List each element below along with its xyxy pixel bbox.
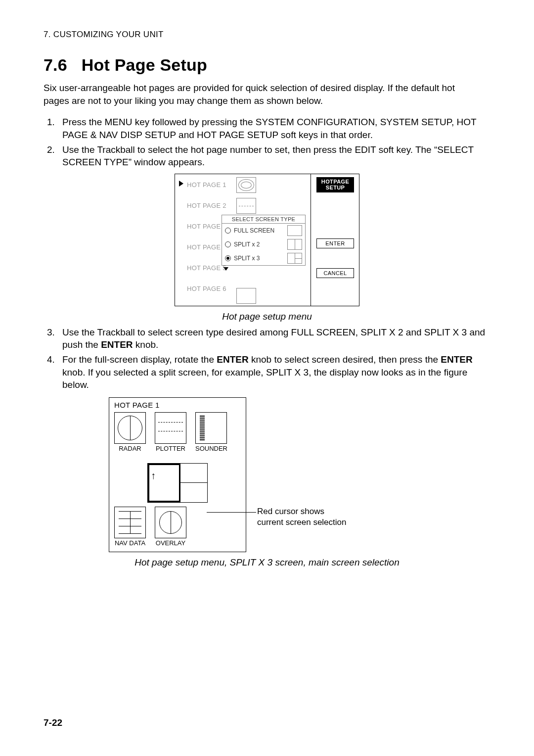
step-text: knob. — [133, 339, 159, 350]
thumb-generic-icon — [236, 288, 256, 304]
layout-full-icon — [287, 225, 302, 236]
overlay-icon — [155, 507, 186, 538]
cell-plotter[interactable]: PLOTTER — [155, 412, 186, 452]
callout-leader-line — [207, 512, 256, 513]
hotpage-row-6: HOT PAGE 6 — [187, 285, 226, 292]
step-3: Use the Trackball to select screen type … — [57, 326, 490, 351]
step-key: ENTER — [101, 339, 133, 350]
option-split-x2[interactable]: SPLIT x 2 — [222, 237, 305, 251]
page-number: 7-22 — [44, 717, 62, 728]
step-2: Use the Trackball to select the hot page… — [57, 143, 490, 169]
radio-selected-icon — [225, 255, 231, 261]
softkey-cancel[interactable]: CANCEL — [316, 268, 354, 278]
cell-label: NAV DATA — [114, 539, 146, 547]
figure2-wrapper: HOT PAGE 1 RADAR PLOTTER SOUNDER — [109, 397, 425, 552]
softkey-enter[interactable]: ENTER — [316, 238, 354, 248]
step-text: knob. If you selected a split screen, fo… — [62, 367, 467, 390]
callout-line2: current screen selection — [257, 517, 346, 528]
scroll-down-arrow-icon — [223, 267, 228, 271]
selection-arrow-icon — [179, 181, 183, 187]
figure1-softkey-panel: HOTPAGE SETUP ENTER CANCEL — [311, 174, 359, 306]
cell-label: RADAR — [114, 445, 146, 452]
cell-overlay[interactable]: OVERLAY — [155, 507, 186, 547]
step-4: For the full-screen display, rotate the … — [57, 353, 490, 391]
thumb-radar-icon — [236, 177, 256, 193]
step-key: ENTER — [217, 354, 248, 365]
hotpage-row-2: HOT PAGE 2 — [187, 202, 226, 209]
hotpage-row-5: HOT PAGE 5 — [187, 264, 226, 272]
manual-page: 7. CUSTOMIZING YOUR UNIT 7.6 Hot Page Se… — [0, 0, 534, 756]
popup-title: SELECT SCREEN TYPE — [222, 215, 305, 224]
hotpage-row-1: HOT PAGE 1 — [187, 181, 226, 189]
figure2-title: HOT PAGE 1 — [109, 398, 246, 410]
step-list-continued: Use the Trackball to select screen type … — [44, 326, 490, 391]
cell-navdata[interactable]: NAV DATA — [114, 507, 146, 547]
figure-split3-selection: HOT PAGE 1 RADAR PLOTTER SOUNDER — [109, 397, 246, 552]
figure1-left-panel: HOT PAGE 1 HOT PAGE 2 HOT PAGE 3 HOT PAG… — [175, 174, 311, 306]
hotpage-row-4: HOT PAGE 4 — [187, 243, 226, 251]
plotter-icon — [155, 412, 186, 444]
step-text: knob to select screen desired, then pres… — [249, 354, 441, 365]
softkey-line2: SETUP — [317, 185, 354, 191]
cell-label: OVERLAY — [155, 539, 186, 547]
cell-label: PLOTTER — [155, 445, 186, 452]
figure1-caption: Hot page setup menu — [44, 311, 490, 322]
section-number: 7.6 — [44, 55, 67, 74]
radio-icon — [225, 228, 231, 234]
radio-icon — [225, 241, 231, 247]
callout-note: Red cursor shows current screen selectio… — [257, 506, 346, 528]
step-text: For the full-screen display, rotate the — [62, 354, 217, 365]
section-title-text: Hot Page Setup — [82, 55, 207, 74]
option-label: SPLIT x 3 — [234, 255, 260, 262]
softkey-line1: HOTPAGE — [317, 179, 354, 185]
layout-split3-icon — [287, 253, 302, 264]
chapter-header: 7. CUSTOMIZING YOUR UNIT — [44, 30, 490, 40]
radar-icon — [114, 412, 146, 444]
option-split-x3[interactable]: SPLIT x 3 — [222, 251, 305, 265]
softkey-hotpage-setup[interactable]: HOTPAGE SETUP — [316, 177, 354, 192]
hotpage-row-3: HOT PAGE 3 — [187, 223, 226, 230]
figure-hotpage-menu: HOT PAGE 1 HOT PAGE 2 HOT PAGE 3 HOT PAG… — [175, 174, 359, 306]
split3-layout-diagram — [147, 463, 208, 503]
navdata-icon — [114, 507, 146, 538]
cell-sounder[interactable]: SOUNDER — [195, 412, 227, 452]
step-1: Press the MENU key followed by pressing … — [57, 116, 490, 141]
option-full-screen[interactable]: FULL SCREEN — [222, 224, 305, 237]
callout-line1: Red cursor shows — [257, 506, 346, 517]
main-screen-highlight — [148, 464, 180, 502]
section-heading: 7.6 Hot Page Setup — [44, 55, 490, 75]
cell-radar[interactable]: RADAR — [114, 412, 146, 452]
cursor-up-arrow-icon: ↑ — [151, 471, 156, 480]
sub-screen-top — [180, 464, 207, 483]
step-key: ENTER — [441, 354, 472, 365]
select-screen-type-popup: SELECT SCREEN TYPE FULL SCREEN SPLIT x 2… — [222, 215, 306, 266]
layout-split2-icon — [287, 239, 302, 250]
sounder-icon — [195, 412, 227, 444]
figure2-caption: Hot page setup menu, SPLIT X 3 screen, m… — [44, 557, 490, 568]
figure2-row-top: RADAR PLOTTER SOUNDER — [109, 410, 246, 454]
intro-paragraph: Six user-arrangeable hot pages are provi… — [44, 82, 479, 107]
thumb-plotter-icon — [236, 198, 256, 214]
option-label: FULL SCREEN — [234, 227, 274, 234]
option-label: SPLIT x 2 — [234, 241, 260, 248]
cell-label: SOUNDER — [195, 445, 227, 452]
step-list: Press the MENU key followed by pressing … — [44, 116, 490, 169]
